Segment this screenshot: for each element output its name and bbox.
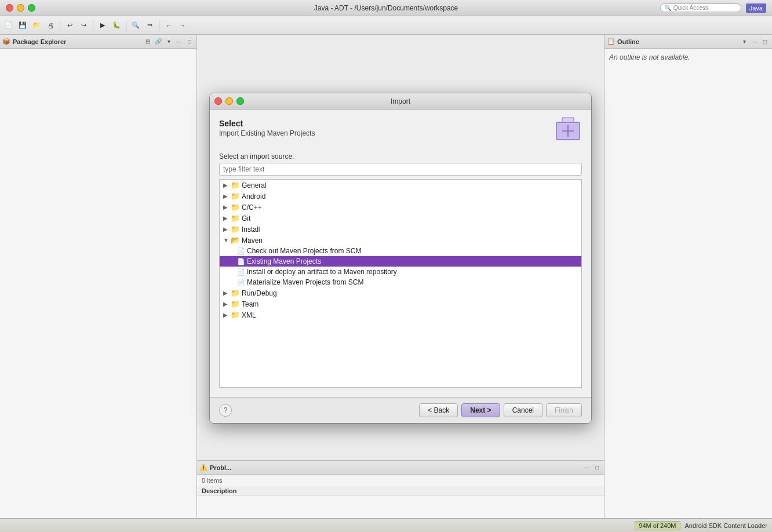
close-button[interactable] [6,4,13,12]
chevron-cpp: ▶ [223,204,229,210]
dialog-titlebar: Import [210,93,591,110]
view-menu-button[interactable]: ▾ [164,37,173,46]
outline-maximize[interactable]: □ [760,37,770,46]
item-icon-materialize: 📄 [237,279,245,286]
minimize-panel-button[interactable]: — [174,37,184,46]
tree-label-rundebug: Run/Debug [242,289,277,297]
tree-item-maven-install[interactable]: 📄 Install or deploy an artifact to a Mav… [220,267,581,277]
tree-item-xml[interactable]: ▶ 📁 XML [220,309,581,320]
tree-item-maven[interactable]: ▼ 📂 Maven [220,235,581,246]
tree-item-maven-materialize[interactable]: 📄 Materialize Maven Projects from SCM [220,277,581,287]
next-button[interactable]: Next > [461,403,500,417]
description-col: Description [202,487,237,494]
tree-label-team: Team [242,300,258,308]
folder-icon-android: 📁 [231,192,240,201]
tree-item-team[interactable]: ▶ 📁 Team [220,298,581,309]
tree-item-maven-checkout[interactable]: 📄 Check out Maven Projects from SCM [220,246,581,256]
outline-header: 📋 Outline ▾ — □ [605,35,772,49]
chevron-maven: ▼ [223,237,229,243]
title-bar: Java - ADT - /Users/jun/Documents/worksp… [0,0,772,16]
folder-icon-general: 📁 [231,181,240,190]
dialog-section-icon [554,116,582,145]
dialog-section-title: Select [219,119,315,128]
item-icon-install: 📄 [237,268,245,276]
tree-item-git[interactable]: ▶ 📁 Git [220,213,581,224]
problems-minimize[interactable]: — [582,463,591,472]
svg-marker-1 [562,118,574,122]
quick-access-label: Quick Access [673,5,708,11]
status-right: 94M of 240M Android SDK Content Loader [635,521,767,530]
filter-input[interactable] [219,163,582,176]
item-icon-existing: 📄 [237,258,245,265]
folder-icon-rundebug: 📁 [231,289,240,297]
outline-actions: ▾ — □ [740,37,770,46]
chevron-xml: ▶ [223,312,229,318]
memory-indicator[interactable]: 94M of 240M [635,521,680,530]
problems-icon: ⚠️ [199,464,207,471]
toolbar-sep-4 [159,20,159,31]
problems-title: Probl... [210,464,231,471]
perspective-java[interactable]: Java [746,3,766,13]
tree-label-maven-install: Install or deploy an artifact to a Maven… [247,268,397,276]
link-editor-button[interactable]: 🔗 [154,37,163,46]
problems-maximize[interactable]: □ [592,463,602,472]
folder-icon-install: 📁 [231,225,240,234]
toolbar-redo[interactable]: ↪ [77,19,90,32]
outline-minimize[interactable]: — [750,37,759,46]
toolbar-sep-1 [60,20,60,31]
dialog-max-button[interactable] [236,97,244,105]
toolbar-debug[interactable]: 🐛 [110,19,123,32]
minimize-button[interactable] [17,4,24,12]
source-label: Select an import source: [219,152,582,161]
dialog-close-button[interactable] [214,97,222,105]
folder-icon-xml: 📁 [231,311,240,319]
tree-item-rundebug[interactable]: ▶ 📁 Run/Debug [220,287,581,298]
import-dialog: Import Select Import Existing Maven Proj… [209,93,592,424]
tree-item-android[interactable]: ▶ 📁 Android [220,191,581,202]
tree-item-cpp[interactable]: ▶ 📁 C/C++ [220,202,581,213]
toolbar-undo[interactable]: ↩ [63,19,76,32]
chevron-rundebug: ▶ [223,290,229,296]
help-button[interactable]: ? [219,404,232,417]
toolbar-forward[interactable]: → [176,19,189,32]
back-button[interactable]: < Back [419,403,458,417]
window-title: Java - ADT - /Users/jun/Documents/worksp… [314,4,458,12]
chevron-general: ▶ [223,182,229,188]
tree-item-install[interactable]: ▶ 📁 Install [220,224,581,235]
toolbar-navigate[interactable]: ⇒ [143,19,156,32]
outline-icon: 📋 [607,38,615,45]
window-controls[interactable] [6,4,35,12]
toolbar-search[interactable]: 🔍 [129,19,142,32]
toolbar-sep-2 [93,20,93,31]
dialog-title: Import [391,97,410,105]
package-explorer-actions: ⊟ 🔗 ▾ — □ [143,37,194,46]
tree-label-general: General [242,181,267,190]
collapse-all-button[interactable]: ⊟ [143,37,152,46]
toolbar-run[interactable]: ▶ [96,19,109,32]
quick-access-box[interactable]: 🔍 Quick Access [660,3,741,12]
toolbar-back[interactable]: ← [162,19,175,32]
maximize-button[interactable] [28,4,35,12]
finish-button[interactable]: Finish [546,403,582,417]
problems-table-header: Description [197,486,604,496]
tree-label-maven-existing: Existing Maven Projects [247,257,321,265]
cancel-button[interactable]: Cancel [504,403,542,417]
dialog-min-button[interactable] [225,97,233,105]
maximize-panel-button[interactable]: □ [185,37,194,46]
dialog-window-controls[interactable] [214,97,244,105]
tree-container[interactable]: ▶ 📁 General ▶ 📁 Android ▶ 📁 C/C++ [219,179,582,388]
toolbar-save[interactable]: 💾 [16,19,29,32]
outline-no-content: An outline is not available. [605,49,772,66]
main-area: 📦 Package Explorer ⊟ 🔗 ▾ — □ Imp [0,35,772,518]
toolbar-print[interactable]: 🖨 [44,19,57,32]
tree-item-maven-existing[interactable]: 📄 Existing Maven Projects [220,256,581,267]
chevron-git: ▶ [223,215,229,221]
outline-view-menu[interactable]: ▾ [740,37,749,46]
center-area: Import Select Import Existing Maven Proj… [197,35,604,518]
toolbar-new[interactable]: 📄 [2,19,15,32]
toolbar-sep-3 [126,20,126,31]
status-bar: 94M of 240M Android SDK Content Loader [0,518,772,532]
toolbar-save-all[interactable]: 📁 [30,19,43,32]
tree-label-android: Android [242,192,265,201]
tree-item-general[interactable]: ▶ 📁 General [220,180,581,191]
